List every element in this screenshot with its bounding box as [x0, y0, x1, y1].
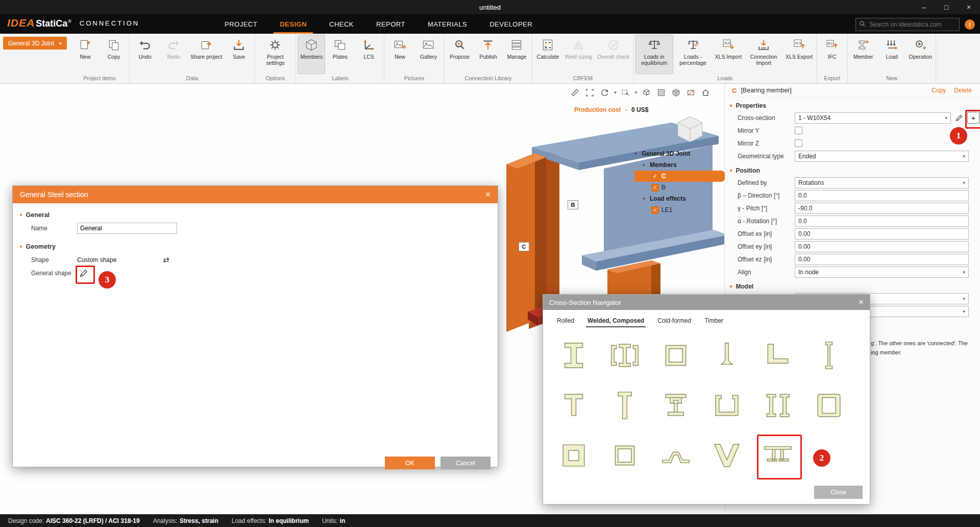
swap-shape-icon[interactable]: ⇄: [163, 255, 169, 265]
cross-section-add-button[interactable]: +: [967, 112, 979, 124]
section-cell-i-plated[interactable]: [650, 380, 701, 430]
ribbon-button-members[interactable]: Members: [298, 35, 325, 74]
section-cell-tee[interactable]: [548, 380, 599, 430]
joint-selector-dropdown[interactable]: General 3D Joint ▾: [3, 37, 67, 50]
ribbon-button-load[interactable]: Load: [878, 35, 905, 74]
section-cell-box-corner[interactable]: [803, 380, 854, 430]
section-cell-rail[interactable]: [701, 330, 752, 380]
section-cell-u-lips[interactable]: [701, 380, 752, 430]
select-defined-by[interactable]: Rotations▾: [795, 177, 969, 188]
ribbon-button-publish[interactable]: Publish: [474, 35, 502, 74]
ribbon-button-project-settings[interactable]: Project settings: [256, 35, 294, 74]
tree-item-general-3d-joint[interactable]: ▾General 3D Joint: [634, 148, 725, 159]
name-input[interactable]: [77, 223, 177, 234]
edit-cross-section-button[interactable]: [954, 113, 964, 123]
chevron-down-icon[interactable]: ▾: [614, 90, 617, 95]
tab-timber[interactable]: Timber: [698, 314, 730, 328]
fit-view-icon[interactable]: [584, 87, 596, 98]
input-offset-ey-in[interactable]: 0.00: [795, 241, 969, 252]
section-cell-girder-channels[interactable]: [599, 330, 650, 380]
checkbox-mirror-y[interactable]: [795, 127, 802, 134]
ribbon-button-manage[interactable]: Manage: [503, 35, 530, 74]
ribbon-button-new[interactable]: New: [71, 35, 99, 74]
section-cell-vee[interactable]: [701, 430, 752, 481]
cross-section-select[interactable]: 1 - W10X54▾: [795, 112, 951, 124]
ribbon-button-save[interactable]: Save: [225, 35, 253, 74]
orbit-icon[interactable]: [599, 87, 611, 98]
tab-project[interactable]: PROJECT: [213, 14, 268, 34]
ribbon-button-connection-import[interactable]: Connection Import: [745, 35, 782, 74]
section-header-position[interactable]: ▾Position: [725, 162, 980, 176]
ribbon-button-undo[interactable]: Undo: [131, 35, 159, 74]
close-icon[interactable]: ×: [859, 297, 864, 307]
ribbon-button-xls-import[interactable]: XLSXLS Import: [713, 35, 744, 74]
section-cell-hat[interactable]: [650, 430, 701, 481]
ribbon-button-calculate[interactable]: Calculate: [534, 35, 561, 74]
tree-checkbox[interactable]: ✓: [651, 173, 659, 180]
copy-member-button[interactable]: Copy: [932, 87, 946, 94]
tree-checkbox[interactable]: ✓: [651, 206, 659, 214]
view-cube[interactable]: [674, 113, 706, 146]
tree-checkbox[interactable]: ✓: [651, 184, 659, 191]
dialog-title-bar[interactable]: General Steel section ×: [13, 186, 498, 203]
ribbon-button-ifc[interactable]: IFCIFC: [818, 35, 846, 74]
maximize-button[interactable]: □: [935, 0, 958, 14]
tab-report[interactable]: REPORT: [365, 14, 416, 34]
section-cell-slim-i[interactable]: [803, 330, 854, 380]
view-face-icon[interactable]: [655, 87, 667, 98]
ok-button[interactable]: OK: [385, 457, 435, 469]
tab-design[interactable]: DESIGN: [268, 14, 318, 34]
section-cell-box-channels[interactable]: [650, 330, 701, 380]
expander-icon[interactable]: ▾: [643, 196, 647, 201]
dialog-title-bar[interactable]: Cross-Section Navigator ×: [543, 295, 870, 310]
measure-icon[interactable]: [569, 87, 581, 98]
input-offset-ex-in[interactable]: 0.00: [795, 228, 969, 239]
input-offset-ez-in[interactable]: 0.00: [795, 254, 969, 265]
ribbon-button-overall-check[interactable]: Overall check: [595, 35, 632, 74]
ribbon-button-redo[interactable]: Redo: [160, 35, 187, 74]
tree-item-b[interactable]: ✓B: [634, 182, 725, 193]
select-align[interactable]: In node▾: [795, 267, 969, 278]
delete-member-button[interactable]: Delete: [954, 87, 972, 94]
tree-item-c[interactable]: ✓C: [634, 171, 725, 182]
ribbon-button-copy[interactable]: Copy: [100, 35, 128, 74]
select-box-icon[interactable]: [619, 87, 631, 98]
clipping-icon[interactable]: [684, 87, 697, 98]
section-header-properties[interactable]: ▾Properties: [725, 98, 980, 111]
section-cell-tee-tall[interactable]: [599, 380, 650, 430]
checkbox-mirror-z[interactable]: [795, 139, 802, 147]
close-button[interactable]: ×: [958, 0, 980, 14]
tab-cold-formed[interactable]: Cold-formed: [651, 314, 698, 328]
tab-rolled[interactable]: Rolled: [550, 314, 581, 328]
cancel-button[interactable]: Cancel: [440, 457, 491, 469]
home-icon[interactable]: [699, 87, 712, 98]
tree-item-members[interactable]: ▾Members: [634, 159, 725, 171]
member-label-c[interactable]: C: [519, 242, 529, 251]
ribbon-button-operation[interactable]: Operation: [906, 35, 934, 74]
ribbon-button-share-project[interactable]: Share project: [188, 35, 224, 74]
section-cell-double-i[interactable]: [752, 380, 803, 430]
ribbon-button-xls-export[interactable]: XLSXLS Export: [783, 35, 815, 74]
tree-item-le1[interactable]: ✓LE1: [634, 204, 725, 215]
tree-item-load-effects[interactable]: ▾Load effects: [634, 193, 725, 204]
member-label-b[interactable]: B: [568, 200, 578, 209]
ribbon-button-member[interactable]: Member: [849, 35, 877, 74]
ribbon-button-gallery[interactable]: Gallery: [414, 35, 442, 74]
section-header-model[interactable]: ▾Model: [725, 278, 980, 292]
chevron-down-icon[interactable]: ▾: [634, 90, 637, 95]
ribbon-button-plates[interactable]: Plates: [326, 35, 354, 74]
ribbon-button-loads-percentage[interactable]: %Loads - percentage: [674, 35, 712, 74]
input-rotation[interactable]: 0.0: [795, 215, 969, 227]
ribbon-button-propose[interactable]: Propose: [446, 35, 473, 74]
view-solid-icon[interactable]: [670, 87, 682, 98]
ribbon-button-loads-in-equilibrium[interactable]: Loads in equilibrium: [635, 35, 673, 74]
ribbon-button-weld-sizing[interactable]: Weld sizing: [562, 35, 594, 74]
general-shape-edit-button[interactable]: [77, 267, 90, 279]
input-direction[interactable]: 0.0: [795, 190, 969, 201]
close-icon[interactable]: ×: [485, 189, 491, 200]
tab-check[interactable]: CHECK: [318, 14, 365, 34]
section-cell-angle-step[interactable]: [752, 330, 803, 380]
section-cell-tophat[interactable]: [752, 430, 803, 481]
search-input[interactable]: [868, 20, 956, 29]
navigator-close-button[interactable]: Close: [814, 486, 863, 499]
